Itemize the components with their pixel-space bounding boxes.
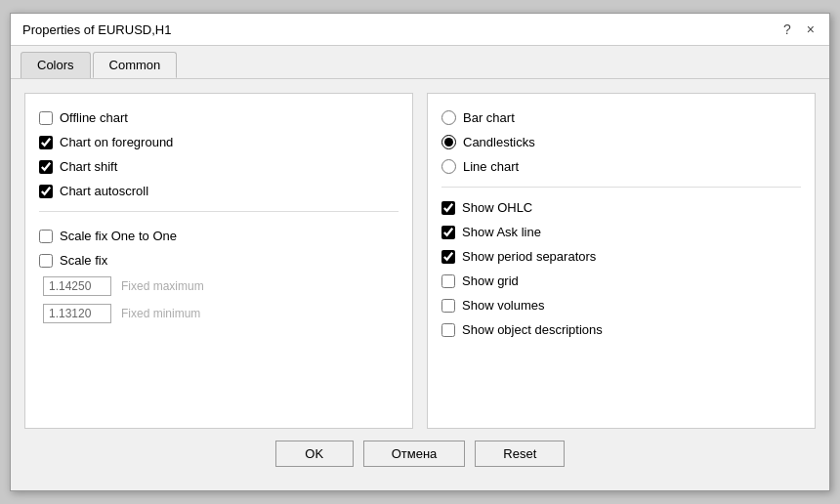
fixed-max-hint: Fixed maximum — [121, 279, 204, 293]
scale-fix-one-label[interactable]: Scale fix One to One — [60, 229, 177, 243]
candlesticks-radio[interactable] — [441, 135, 456, 149]
show-ohlc-label[interactable]: Show OHLC — [462, 200, 532, 215]
main-row: Offline chart Chart on foreground Chart … — [24, 93, 816, 429]
show-ohlc-row: Show OHLC — [441, 195, 801, 220]
show-obj-desc-checkbox[interactable] — [441, 323, 455, 337]
show-period-sep-label[interactable]: Show period separators — [462, 249, 596, 264]
scale-fix-checkbox[interactable] — [39, 254, 53, 268]
show-ask-row: Show Ask line — [441, 220, 801, 244]
scale-fix-one-checkbox[interactable] — [39, 230, 53, 243]
chart-autoscroll-label[interactable]: Chart autoscroll — [60, 184, 148, 198]
show-grid-checkbox[interactable] — [441, 274, 455, 288]
reset-button[interactable]: Reset — [475, 441, 565, 467]
chart-foreground-row: Chart on foreground — [39, 130, 399, 154]
bar-chart-label[interactable]: Bar chart — [463, 110, 515, 125]
titlebar: Properties of EURUSD,H1 ? × — [11, 14, 829, 46]
chart-type-group: Bar chart Candlesticks Line chart — [441, 105, 801, 188]
offline-chart-row: Offline chart — [39, 105, 399, 130]
close-button[interactable]: × — [804, 21, 818, 37]
cancel-button[interactable]: Отмена — [363, 441, 466, 467]
help-button[interactable]: ? — [780, 21, 794, 37]
show-period-sep-row: Show period separators — [441, 244, 801, 269]
scale-fix-one-row: Scale fix One to One — [39, 224, 399, 248]
show-volumes-checkbox[interactable] — [441, 299, 455, 313]
content-area: Offline chart Chart on foreground Chart … — [11, 79, 829, 490]
right-panel: Bar chart Candlesticks Line chart Show O… — [427, 93, 816, 429]
show-ask-label[interactable]: Show Ask line — [462, 225, 541, 239]
show-volumes-row: Show volumes — [441, 293, 801, 317]
dialog-title: Properties of EURUSD,H1 — [22, 22, 171, 37]
chart-foreground-checkbox[interactable] — [39, 136, 53, 149]
show-ask-checkbox[interactable] — [441, 226, 455, 239]
divider-1 — [39, 211, 399, 212]
show-obj-desc-label[interactable]: Show object descriptions — [462, 322, 603, 337]
show-volumes-label[interactable]: Show volumes — [462, 298, 545, 313]
chart-autoscroll-row: Chart autoscroll — [39, 179, 399, 203]
show-ohlc-checkbox[interactable] — [441, 201, 455, 215]
tabs-bar: Colors Common — [11, 46, 829, 79]
chart-foreground-label[interactable]: Chart on foreground — [60, 135, 173, 149]
show-grid-label[interactable]: Show grid — [462, 273, 519, 288]
scale-section: Scale fix One to One Scale fix 1.14250 F… — [39, 224, 399, 327]
fixed-max-value: 1.14250 — [43, 276, 111, 296]
line-chart-label[interactable]: Line chart — [463, 159, 519, 174]
tab-common[interactable]: Common — [93, 52, 178, 78]
fixed-min-row: 1.13120 Fixed minimum — [43, 300, 399, 327]
line-chart-radio[interactable] — [441, 159, 456, 174]
chart-shift-row: Chart shift — [39, 154, 399, 179]
fixed-min-value: 1.13120 — [43, 304, 111, 323]
show-obj-desc-row: Show object descriptions — [441, 317, 801, 342]
show-grid-row: Show grid — [441, 269, 801, 293]
fixed-max-row: 1.14250 Fixed maximum — [43, 273, 399, 300]
chart-shift-label[interactable]: Chart shift — [60, 159, 117, 174]
offline-chart-checkbox[interactable] — [39, 111, 53, 125]
tab-colors[interactable]: Colors — [21, 52, 91, 78]
bar-chart-radio[interactable] — [441, 110, 456, 125]
show-period-sep-checkbox[interactable] — [441, 250, 455, 264]
line-chart-row: Line chart — [441, 154, 801, 179]
fixed-min-hint: Fixed minimum — [121, 307, 200, 320]
titlebar-controls: ? × — [780, 21, 818, 37]
candlesticks-row: Candlesticks — [441, 130, 801, 154]
scale-fix-row: Scale fix — [39, 248, 399, 273]
footer: OK Отмена Reset — [24, 429, 816, 481]
left-panel: Offline chart Chart on foreground Chart … — [24, 93, 413, 429]
bar-chart-row: Bar chart — [441, 105, 801, 130]
chart-autoscroll-checkbox[interactable] — [39, 185, 53, 198]
offline-chart-label[interactable]: Offline chart — [60, 110, 128, 125]
candlesticks-label[interactable]: Candlesticks — [463, 135, 535, 149]
scale-fix-label[interactable]: Scale fix — [60, 253, 107, 268]
properties-dialog: Properties of EURUSD,H1 ? × Colors Commo… — [10, 13, 830, 491]
ok-button[interactable]: OK — [275, 441, 354, 467]
chart-shift-checkbox[interactable] — [39, 160, 53, 174]
